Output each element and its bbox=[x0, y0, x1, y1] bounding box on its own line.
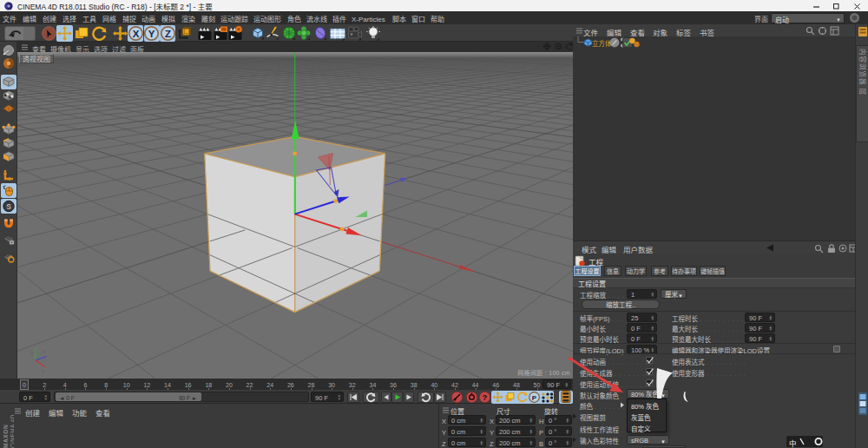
svg-text:X: X bbox=[132, 28, 139, 38]
svg-text:x: x bbox=[42, 368, 44, 373]
svg-text:Z: Z bbox=[165, 28, 171, 38]
svg-text:y: y bbox=[31, 350, 34, 355]
svg-text:z: z bbox=[43, 349, 46, 354]
svg-text:?: ? bbox=[483, 392, 488, 402]
svg-text:S: S bbox=[6, 202, 11, 211]
svg-text:P: P bbox=[532, 394, 537, 402]
svg-text:Y: Y bbox=[148, 28, 155, 38]
svg-text:网格间距 : 100 cm: 网格间距 : 100 cm bbox=[517, 368, 570, 377]
